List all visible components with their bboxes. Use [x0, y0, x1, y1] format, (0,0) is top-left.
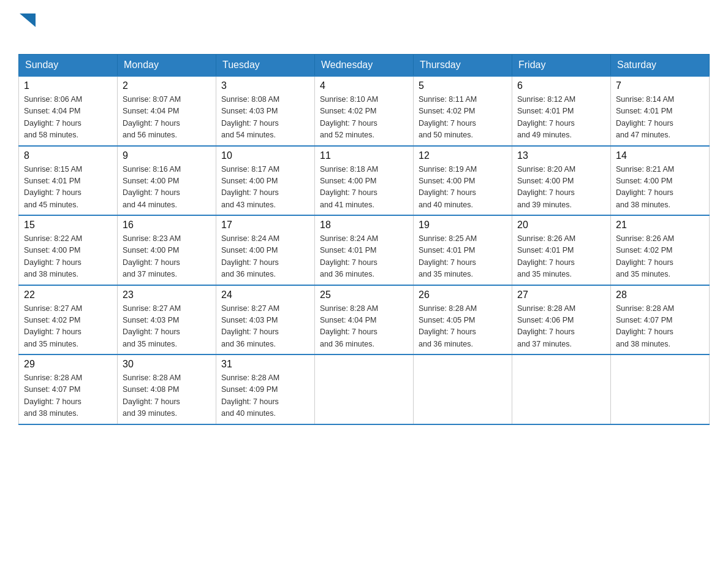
day-number: 22	[24, 289, 112, 301]
day-info: Sunrise: 8:28 AMSunset: 4:06 PMDaylight:…	[517, 303, 605, 351]
calendar-week-row: 15Sunrise: 8:22 AMSunset: 4:00 PMDayligh…	[19, 215, 710, 285]
calendar-week-row: 1Sunrise: 8:06 AMSunset: 4:04 PMDaylight…	[19, 76, 710, 146]
calendar-day-cell: 31Sunrise: 8:28 AMSunset: 4:09 PMDayligh…	[216, 354, 315, 424]
day-info: Sunrise: 8:21 AMSunset: 4:00 PMDaylight:…	[616, 164, 704, 212]
day-number: 20	[517, 220, 605, 231]
day-info: Sunrise: 8:11 AMSunset: 4:02 PMDaylight:…	[419, 94, 507, 142]
day-info: Sunrise: 8:26 AMSunset: 4:02 PMDaylight:…	[616, 233, 704, 281]
day-number: 2	[123, 80, 211, 91]
calendar-day-cell: 6Sunrise: 8:12 AMSunset: 4:01 PMDaylight…	[512, 76, 611, 146]
calendar-day-cell: 4Sunrise: 8:10 AMSunset: 4:02 PMDaylight…	[315, 76, 414, 146]
day-number: 13	[517, 150, 605, 161]
calendar-day-cell: 10Sunrise: 8:17 AMSunset: 4:00 PMDayligh…	[216, 146, 315, 216]
day-info: Sunrise: 8:25 AMSunset: 4:01 PMDaylight:…	[419, 233, 507, 281]
day-info: Sunrise: 8:28 AMSunset: 4:07 PMDaylight:…	[24, 372, 112, 420]
calendar-day-cell	[315, 354, 414, 424]
calendar-day-cell: 27Sunrise: 8:28 AMSunset: 4:06 PMDayligh…	[512, 285, 611, 355]
page-header	[18, 12, 710, 43]
day-number: 25	[320, 289, 408, 301]
day-info: Sunrise: 8:12 AMSunset: 4:01 PMDaylight:…	[517, 94, 605, 142]
calendar-day-cell: 26Sunrise: 8:28 AMSunset: 4:05 PMDayligh…	[414, 285, 512, 355]
day-number: 1	[24, 80, 112, 91]
logo	[18, 12, 36, 43]
day-number: 8	[24, 150, 112, 161]
day-number: 17	[221, 220, 309, 231]
calendar-day-header: Friday	[512, 55, 611, 77]
calendar-table: SundayMondayTuesdayWednesdayThursdayFrid…	[18, 54, 710, 425]
day-number: 15	[24, 220, 112, 231]
calendar-day-cell: 30Sunrise: 8:28 AMSunset: 4:08 PMDayligh…	[118, 354, 216, 424]
calendar-day-cell: 25Sunrise: 8:28 AMSunset: 4:04 PMDayligh…	[315, 285, 414, 355]
day-number: 24	[221, 289, 309, 301]
day-info: Sunrise: 8:19 AMSunset: 4:00 PMDaylight:…	[419, 164, 507, 212]
calendar-day-cell: 13Sunrise: 8:20 AMSunset: 4:00 PMDayligh…	[512, 146, 611, 216]
calendar-day-cell: 2Sunrise: 8:07 AMSunset: 4:04 PMDaylight…	[118, 76, 216, 146]
day-info: Sunrise: 8:24 AMSunset: 4:01 PMDaylight:…	[320, 233, 408, 281]
day-number: 29	[24, 359, 112, 370]
day-info: Sunrise: 8:06 AMSunset: 4:04 PMDaylight:…	[24, 94, 112, 142]
calendar-day-cell: 28Sunrise: 8:28 AMSunset: 4:07 PMDayligh…	[611, 285, 710, 355]
calendar-day-cell: 1Sunrise: 8:06 AMSunset: 4:04 PMDaylight…	[19, 76, 118, 146]
day-number: 30	[123, 359, 211, 370]
day-info: Sunrise: 8:27 AMSunset: 4:02 PMDaylight:…	[24, 303, 112, 351]
logo-triangle-icon	[20, 13, 36, 27]
calendar-day-cell: 14Sunrise: 8:21 AMSunset: 4:00 PMDayligh…	[611, 146, 710, 216]
day-number: 16	[123, 220, 211, 231]
calendar-day-cell: 9Sunrise: 8:16 AMSunset: 4:00 PMDaylight…	[118, 146, 216, 216]
calendar-day-cell: 17Sunrise: 8:24 AMSunset: 4:00 PMDayligh…	[216, 215, 315, 285]
calendar-day-header: Wednesday	[315, 55, 414, 77]
day-info: Sunrise: 8:28 AMSunset: 4:09 PMDaylight:…	[221, 372, 309, 420]
calendar-day-cell: 7Sunrise: 8:14 AMSunset: 4:01 PMDaylight…	[611, 76, 710, 146]
day-number: 31	[221, 359, 309, 370]
calendar-week-row: 8Sunrise: 8:15 AMSunset: 4:01 PMDaylight…	[19, 146, 710, 216]
calendar-day-cell: 22Sunrise: 8:27 AMSunset: 4:02 PMDayligh…	[19, 285, 118, 355]
day-number: 28	[616, 289, 704, 301]
day-number: 6	[517, 80, 605, 91]
calendar-day-cell: 29Sunrise: 8:28 AMSunset: 4:07 PMDayligh…	[19, 354, 118, 424]
day-number: 23	[123, 289, 211, 301]
day-number: 19	[419, 220, 507, 231]
day-info: Sunrise: 8:28 AMSunset: 4:07 PMDaylight:…	[616, 303, 704, 351]
day-info: Sunrise: 8:14 AMSunset: 4:01 PMDaylight:…	[616, 94, 704, 142]
calendar-header-row: SundayMondayTuesdayWednesdayThursdayFrid…	[19, 55, 710, 77]
day-number: 7	[616, 80, 704, 91]
day-number: 3	[221, 80, 309, 91]
day-info: Sunrise: 8:15 AMSunset: 4:01 PMDaylight:…	[24, 164, 112, 212]
calendar-day-cell	[512, 354, 611, 424]
day-info: Sunrise: 8:26 AMSunset: 4:01 PMDaylight:…	[517, 233, 605, 281]
day-number: 10	[221, 150, 309, 161]
calendar-day-cell: 3Sunrise: 8:08 AMSunset: 4:03 PMDaylight…	[216, 76, 315, 146]
calendar-day-cell: 24Sunrise: 8:27 AMSunset: 4:03 PMDayligh…	[216, 285, 315, 355]
calendar-day-cell: 8Sunrise: 8:15 AMSunset: 4:01 PMDaylight…	[19, 146, 118, 216]
calendar-day-cell: 5Sunrise: 8:11 AMSunset: 4:02 PMDaylight…	[414, 76, 512, 146]
day-info: Sunrise: 8:08 AMSunset: 4:03 PMDaylight:…	[221, 94, 309, 142]
day-info: Sunrise: 8:20 AMSunset: 4:00 PMDaylight:…	[517, 164, 605, 212]
calendar-week-row: 29Sunrise: 8:28 AMSunset: 4:07 PMDayligh…	[19, 354, 710, 424]
day-info: Sunrise: 8:10 AMSunset: 4:02 PMDaylight:…	[320, 94, 408, 142]
calendar-day-cell: 21Sunrise: 8:26 AMSunset: 4:02 PMDayligh…	[611, 215, 710, 285]
day-number: 9	[123, 150, 211, 161]
calendar-day-cell: 15Sunrise: 8:22 AMSunset: 4:00 PMDayligh…	[19, 215, 118, 285]
day-info: Sunrise: 8:24 AMSunset: 4:00 PMDaylight:…	[221, 233, 309, 281]
day-number: 27	[517, 289, 605, 301]
calendar-day-header: Saturday	[611, 55, 710, 77]
day-info: Sunrise: 8:22 AMSunset: 4:00 PMDaylight:…	[24, 233, 112, 281]
day-number: 21	[616, 220, 704, 231]
day-number: 14	[616, 150, 704, 161]
calendar-day-cell: 18Sunrise: 8:24 AMSunset: 4:01 PMDayligh…	[315, 215, 414, 285]
day-info: Sunrise: 8:23 AMSunset: 4:00 PMDaylight:…	[123, 233, 211, 281]
day-number: 26	[419, 289, 507, 301]
calendar-day-cell: 19Sunrise: 8:25 AMSunset: 4:01 PMDayligh…	[414, 215, 512, 285]
calendar-day-cell	[611, 354, 710, 424]
day-info: Sunrise: 8:07 AMSunset: 4:04 PMDaylight:…	[123, 94, 211, 142]
day-info: Sunrise: 8:27 AMSunset: 4:03 PMDaylight:…	[221, 303, 309, 351]
calendar-day-header: Monday	[118, 55, 216, 77]
day-number: 18	[320, 220, 408, 231]
day-info: Sunrise: 8:16 AMSunset: 4:00 PMDaylight:…	[123, 164, 211, 212]
calendar-day-header: Tuesday	[216, 55, 315, 77]
calendar-day-header: Thursday	[414, 55, 512, 77]
day-info: Sunrise: 8:28 AMSunset: 4:04 PMDaylight:…	[320, 303, 408, 351]
day-info: Sunrise: 8:27 AMSunset: 4:03 PMDaylight:…	[123, 303, 211, 351]
calendar-day-header: Sunday	[19, 55, 118, 77]
day-info: Sunrise: 8:18 AMSunset: 4:00 PMDaylight:…	[320, 164, 408, 212]
